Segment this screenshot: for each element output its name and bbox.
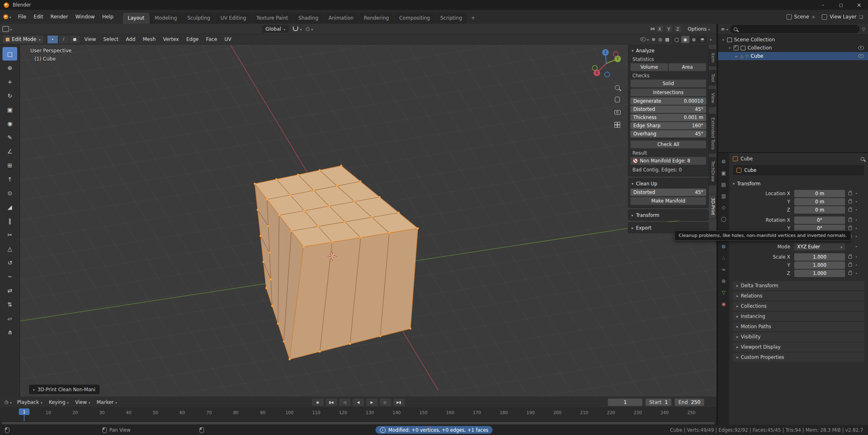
toolbar-tool[interactable]: ▣ — [2, 103, 17, 116]
toolbar-tool[interactable]: ◢ — [2, 200, 17, 214]
menu-playback[interactable]: Playback — [14, 399, 46, 405]
intersections-check-button[interactable]: Intersections — [630, 88, 706, 97]
properties-tab-scene[interactable]: ◇ — [718, 203, 729, 212]
maximize-button[interactable] — [832, 0, 850, 10]
toolbar-tool[interactable]: ↑ — [2, 172, 17, 186]
transport-button[interactable]: ▶ — [366, 398, 378, 406]
rotation-mode-dropdown[interactable]: XYZ Euler — [794, 243, 845, 250]
toolbar-tool[interactable]: ✂ — [2, 228, 17, 241]
number-field[interactable]: 0 m — [794, 190, 845, 197]
transform-orientation-dropdown[interactable]: Global — [262, 25, 289, 33]
options-dropdown[interactable]: Options — [688, 26, 710, 32]
timeline-editor-type-button[interactable]: ◷ — [2, 399, 14, 405]
check-slider-row[interactable]: Distorted45° — [630, 106, 706, 113]
properties-tab-tool[interactable]: ⚙ — [718, 157, 729, 166]
unlink-scene-icon[interactable]: × — [811, 14, 815, 20]
sidebar-tab-view[interactable]: View — [709, 89, 716, 107]
toolbar-tool[interactable]: ‖ — [2, 214, 17, 228]
toolbar-tool[interactable]: △ — [2, 242, 17, 255]
analyze-panel-header[interactable]: Analyze — [630, 46, 706, 55]
overlays-toggle[interactable]: ◎ — [658, 37, 662, 42]
toolbar-tool[interactable]: ∠ — [2, 144, 17, 158]
animate-dot-icon[interactable] — [855, 200, 857, 204]
menu-add[interactable]: Add — [122, 36, 138, 42]
tab-layout[interactable]: Layout — [123, 13, 150, 24]
menu-mesh[interactable]: Mesh — [140, 36, 159, 42]
filter-icon[interactable]: ▽ — [862, 27, 865, 32]
view-layer-selector[interactable]: View Layer❏ — [822, 14, 863, 20]
solid-shading-button[interactable]: ● — [681, 36, 689, 43]
menu-uv[interactable]: UV — [221, 36, 235, 42]
face-select-button[interactable]: ■ — [69, 35, 80, 44]
area-button[interactable]: Area — [669, 63, 706, 71]
transport-button[interactable]: ◀ — [352, 398, 365, 406]
transport-button[interactable]: ▷ — [379, 398, 392, 406]
number-field[interactable]: 1.000 — [794, 270, 845, 277]
menu-window[interactable]: Window — [72, 14, 98, 20]
properties-tab-view-layer[interactable]: ▥ — [718, 192, 729, 200]
menu-keying[interactable]: Keying — [45, 399, 72, 405]
menu-marker[interactable]: Marker — [93, 399, 120, 405]
shading-dropdown-icon[interactable] — [710, 36, 712, 42]
collapsed-section-header[interactable]: Instancing — [733, 312, 864, 321]
search-icon[interactable] — [861, 157, 864, 161]
mirror-x-toggle[interactable]: X — [656, 25, 664, 33]
expand-icon[interactable]: ▾ — [728, 46, 732, 50]
toolbar-tool[interactable]: ↺ — [2, 256, 17, 269]
tab-texture-paint[interactable]: Texture Paint — [252, 13, 293, 24]
non-manifold-result-button[interactable]: Non Manifold Edge: 8 — [630, 157, 706, 165]
transport-button[interactable]: ◁ — [339, 398, 351, 406]
start-frame-field[interactable]: Start1 — [646, 399, 671, 406]
animate-dot-icon[interactable] — [855, 264, 857, 267]
scrollbar-thumb[interactable] — [2, 422, 715, 424]
animate-dot-icon[interactable] — [855, 255, 857, 259]
check-slider-row[interactable]: Degenerate0.00010 — [630, 97, 706, 105]
properties-tab-particles[interactable]: ∴ — [718, 254, 729, 262]
snap-controls[interactable] — [293, 26, 301, 32]
outliner-item-cube[interactable]: ▸ △ ▽ Cube — [718, 52, 868, 60]
toolbar-tool[interactable]: ↻ — [2, 89, 17, 102]
wireframe-shading-button[interactable]: ◯ — [673, 36, 681, 43]
close-button[interactable] — [850, 0, 868, 10]
number-field[interactable]: 0 m — [794, 198, 845, 205]
volume-button[interactable]: Volume — [630, 63, 668, 71]
tab-animation[interactable]: Animation — [324, 13, 358, 24]
object-name-field[interactable]: Cube — [733, 165, 864, 175]
sidebar-tab-item[interactable]: Item — [709, 49, 716, 66]
viewport-canvas[interactable]: ZYX User Perspective (1) Cube □ ⊕ + ↻ ▣ … — [0, 44, 716, 397]
animate-dot-icon[interactable] — [855, 192, 857, 196]
solid-check-button[interactable]: Solid — [630, 79, 706, 88]
sidebar-tab-3d-print[interactable]: 3D-Print — [709, 194, 716, 219]
toolbar-tool[interactable]: ⇄ — [2, 284, 17, 297]
animate-dot-icon[interactable] — [855, 245, 857, 249]
make-manifold-button[interactable]: Make Manifold — [630, 197, 706, 205]
animate-dot-icon[interactable] — [855, 208, 857, 212]
properties-tab-physics[interactable]: ≈ — [718, 265, 729, 274]
sidebar-tab-techdraw[interactable]: TechDraw — [709, 157, 716, 185]
collapsed-section-header[interactable]: Relations — [733, 291, 864, 300]
number-field[interactable]: 0° — [794, 216, 845, 224]
check-slider-row[interactable]: Thickness0.001 m — [630, 114, 706, 121]
edge-select-button[interactable]: / — [58, 35, 69, 44]
operator-redo-panel[interactable]: 3D-Print Clean Non-Mani — [29, 384, 100, 394]
current-frame-field[interactable]: 1 — [608, 399, 642, 406]
toolbar-tool[interactable]: ⊕ — [2, 61, 17, 74]
lock-icon[interactable] — [848, 192, 852, 195]
tab-sculpting[interactable]: Sculpting — [182, 13, 215, 24]
collapsed-section-header[interactable]: Collections — [733, 302, 864, 311]
object-visibility-dropdown[interactable] — [640, 36, 649, 42]
lock-icon[interactable] — [848, 264, 852, 267]
toolbar-tool[interactable]: ✎ — [2, 131, 17, 144]
cleanup-panel-header[interactable]: Clean Up — [630, 179, 706, 188]
mirror-z-toggle[interactable]: Z — [674, 25, 682, 33]
menu-help[interactable]: Help — [98, 14, 117, 20]
tab-shading[interactable]: Shading — [293, 13, 323, 24]
menu-render[interactable]: Render — [47, 14, 72, 20]
playhead-badge[interactable]: 1 — [19, 408, 29, 415]
hide-eye-icon[interactable] — [858, 54, 864, 58]
transport-button[interactable]: ◉ — [312, 398, 324, 406]
animate-dot-icon[interactable] — [855, 219, 857, 222]
properties-tab-output[interactable]: ▤ — [718, 180, 729, 189]
toolbar-tool[interactable]: ◉ — [2, 117, 17, 130]
collapsed-section-header[interactable]: Visibility — [733, 332, 864, 341]
